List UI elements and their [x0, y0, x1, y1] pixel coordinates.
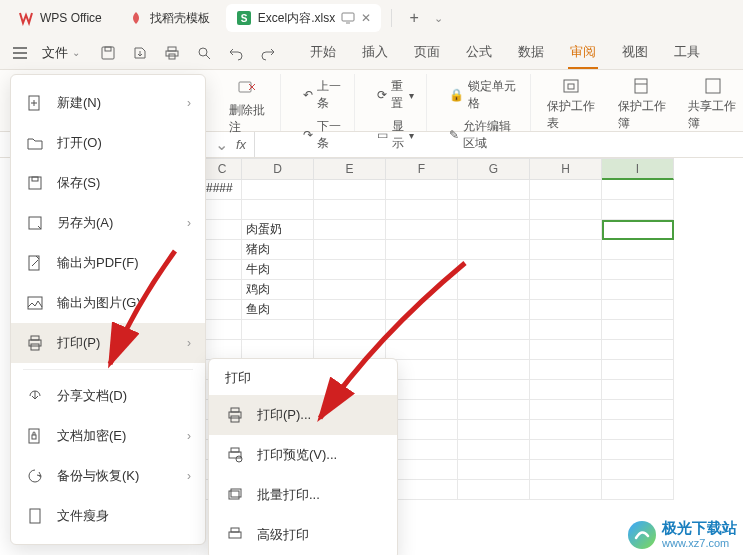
ribbon-tab-formula[interactable]: 公式: [464, 37, 494, 69]
menu-item-save[interactable]: 保存(S): [11, 163, 205, 203]
cell[interactable]: [602, 260, 674, 280]
cell[interactable]: [530, 440, 602, 460]
cell[interactable]: [386, 240, 458, 260]
cell[interactable]: [242, 200, 314, 220]
cell[interactable]: [530, 360, 602, 380]
menu-item-share[interactable]: 分享文档(D): [11, 376, 205, 416]
cell[interactable]: 猪肉: [242, 240, 314, 260]
cell[interactable]: [458, 440, 530, 460]
cell[interactable]: [602, 280, 674, 300]
cell[interactable]: [602, 360, 674, 380]
menu-item-open[interactable]: 打开(O): [11, 123, 205, 163]
cell[interactable]: [202, 220, 242, 240]
cell[interactable]: [458, 460, 530, 480]
cell[interactable]: [602, 460, 674, 480]
col-header-e[interactable]: E: [314, 158, 386, 180]
cell[interactable]: [386, 300, 458, 320]
tab-templates[interactable]: 找稻壳模板: [118, 4, 220, 32]
tab-excel-file[interactable]: S Excel内容.xlsx ✕: [226, 4, 381, 32]
cell[interactable]: [314, 220, 386, 240]
cell[interactable]: [202, 240, 242, 260]
cell[interactable]: [458, 360, 530, 380]
cell[interactable]: [602, 400, 674, 420]
print-icon[interactable]: [162, 43, 182, 63]
ribbon-tab-page[interactable]: 页面: [412, 37, 442, 69]
col-header-g[interactable]: G: [458, 158, 530, 180]
cell[interactable]: [602, 340, 674, 360]
cell[interactable]: [530, 220, 602, 240]
ribbon-tab-insert[interactable]: 插入: [360, 37, 390, 69]
cell[interactable]: [458, 320, 530, 340]
formula-input[interactable]: [254, 132, 743, 157]
cell[interactable]: [314, 320, 386, 340]
cell[interactable]: [602, 440, 674, 460]
cell[interactable]: [458, 200, 530, 220]
cell[interactable]: [458, 420, 530, 440]
cell[interactable]: [458, 400, 530, 420]
menu-item-backup[interactable]: 备份与恢复(K)›: [11, 456, 205, 496]
cell[interactable]: [314, 300, 386, 320]
file-menu-button[interactable]: 文件 ⌄: [32, 40, 90, 66]
undo-icon[interactable]: [226, 43, 246, 63]
cell[interactable]: [530, 240, 602, 260]
cell[interactable]: 鸡肉: [242, 280, 314, 300]
cell[interactable]: [602, 200, 674, 220]
cell[interactable]: [530, 260, 602, 280]
cell[interactable]: 牛肉: [242, 260, 314, 280]
col-header-d[interactable]: D: [242, 158, 314, 180]
cell[interactable]: 鱼肉: [242, 300, 314, 320]
arrow-icon[interactable]: ⌄: [215, 135, 228, 154]
menu-item-encrypt[interactable]: 文档加密(E)›: [11, 416, 205, 456]
tab-wps-office[interactable]: WPS Office: [8, 4, 112, 32]
redo-icon[interactable]: [258, 43, 278, 63]
cell[interactable]: [530, 280, 602, 300]
cell[interactable]: [530, 480, 602, 500]
cell[interactable]: [530, 420, 602, 440]
cell[interactable]: [202, 260, 242, 280]
ribbon-tab-tools[interactable]: 工具: [672, 37, 702, 69]
share-book-button[interactable]: 共享工作簿: [682, 74, 743, 131]
cell[interactable]: [602, 380, 674, 400]
ribbon-tab-review[interactable]: 审阅: [568, 37, 598, 69]
cell[interactable]: [314, 180, 386, 200]
cell[interactable]: [202, 200, 242, 220]
menu-item-slim[interactable]: 文件瘦身: [11, 496, 205, 536]
cell[interactable]: [458, 220, 530, 240]
preview-icon[interactable]: [194, 43, 214, 63]
menu-item-saveas[interactable]: 另存为(A)›: [11, 203, 205, 243]
export-icon[interactable]: [130, 43, 150, 63]
cell[interactable]: [386, 220, 458, 240]
cell[interactable]: [602, 240, 674, 260]
cell[interactable]: [314, 200, 386, 220]
cell[interactable]: [602, 220, 674, 240]
col-header-h[interactable]: H: [530, 158, 602, 180]
ribbon-tab-view[interactable]: 视图: [620, 37, 650, 69]
cell[interactable]: [530, 200, 602, 220]
cell[interactable]: [602, 480, 674, 500]
cell[interactable]: [530, 400, 602, 420]
col-header-i[interactable]: I: [602, 158, 674, 180]
cell[interactable]: [386, 200, 458, 220]
cell[interactable]: 肉蛋奶: [242, 220, 314, 240]
cell[interactable]: [314, 260, 386, 280]
cell[interactable]: [458, 260, 530, 280]
cell[interactable]: [386, 260, 458, 280]
protect-book-button[interactable]: 保护工作簿: [612, 74, 673, 131]
cell[interactable]: [242, 180, 314, 200]
cell[interactable]: [530, 300, 602, 320]
cell[interactable]: [242, 320, 314, 340]
cell[interactable]: [458, 340, 530, 360]
col-header-c[interactable]: C: [202, 158, 242, 180]
delete-comment-button[interactable]: 删除批注: [223, 76, 272, 138]
cell[interactable]: [458, 240, 530, 260]
cell[interactable]: [602, 420, 674, 440]
save-icon[interactable]: [98, 43, 118, 63]
cell[interactable]: [386, 340, 458, 360]
cell[interactable]: [602, 320, 674, 340]
cell[interactable]: [314, 240, 386, 260]
cell[interactable]: [202, 340, 242, 360]
ribbon-tab-data[interactable]: 数据: [516, 37, 546, 69]
cell[interactable]: [530, 380, 602, 400]
cell[interactable]: [530, 460, 602, 480]
cell[interactable]: [602, 300, 674, 320]
